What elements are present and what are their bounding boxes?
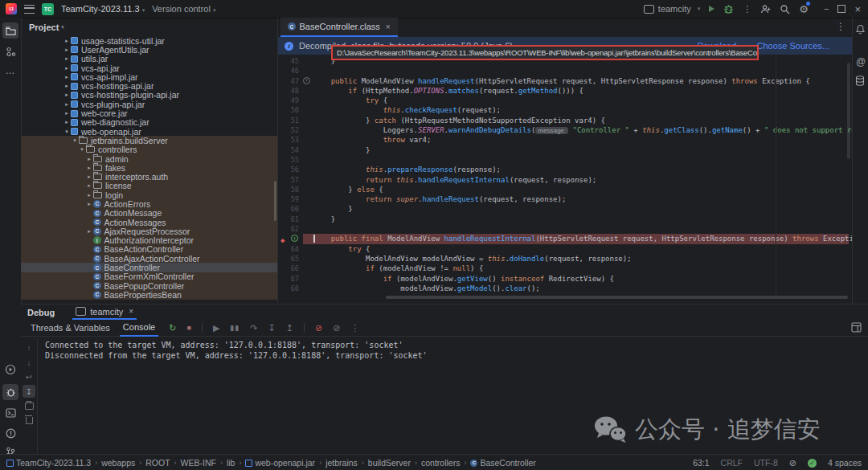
caret-position[interactable]: 63:1 (693, 458, 709, 468)
restore-button[interactable] (837, 5, 845, 13)
chevron-right-icon[interactable]: ▸ (63, 119, 71, 125)
mute-breakpoints-status-icon[interactable]: ⊘ (789, 458, 796, 468)
tree-item[interactable]: ▸vcs-hostings-api.jar (21, 81, 277, 90)
horizontal-scrollbar[interactable] (386, 296, 848, 299)
chevron-right-icon[interactable]: ▸ (85, 174, 93, 180)
tree-item[interactable]: ▸vcs-api.jar (21, 63, 277, 72)
more-actions-icon[interactable]: ⋮ (743, 4, 751, 14)
line-number[interactable]: 58 (278, 185, 299, 194)
tree-item[interactable]: ▾controllers (21, 145, 277, 154)
line-number[interactable]: 50 (278, 105, 299, 115)
breadcrumb-item[interactable]: webapps (101, 458, 135, 468)
tree-item[interactable]: ▸vcs-api-impl.jar (21, 72, 277, 81)
run-config-dropdown[interactable]: teamcity▾ (644, 4, 700, 14)
tree-item[interactable]: ▸web-core.jar (21, 108, 277, 117)
line-number[interactable]: 60 (278, 204, 299, 214)
services-tool-icon[interactable] (2, 362, 18, 378)
line-number[interactable]: 55 (278, 155, 299, 165)
editor-tab[interactable]: C BaseController.class × (280, 18, 398, 37)
debug-more-icon[interactable]: ⋮ (350, 323, 359, 333)
tree-item[interactable]: ▸usage-statistics-util.jar (21, 36, 277, 45)
step-out-icon[interactable]: ↥ (286, 323, 293, 333)
structure-tool-icon[interactable] (2, 43, 18, 59)
project-name-dropdown[interactable]: TeamCity-2023.11.3▾ (61, 4, 145, 14)
print-icon[interactable] (23, 399, 35, 412)
scroll-down-icon[interactable]: ↓ (23, 356, 35, 369)
tree-item[interactable]: CBaseActionController (21, 245, 277, 254)
chevron-down-icon[interactable]: ▾ (63, 129, 71, 135)
project-tool-icon[interactable] (2, 22, 18, 39)
chevron-right-icon[interactable]: ▸ (85, 156, 93, 162)
run-button[interactable] (709, 6, 714, 12)
chevron-right-icon[interactable]: ▸ (63, 83, 71, 89)
breadcrumb-item[interactable]: lib (227, 458, 235, 468)
chevron-right-icon[interactable]: ▸ (63, 55, 71, 62)
tab-console[interactable]: Console (120, 320, 158, 337)
soft-wrap-icon[interactable]: ↩ (23, 370, 35, 383)
close-session-icon[interactable]: × (129, 307, 133, 316)
inspection-status-icon[interactable]: ✓ (808, 459, 817, 468)
line-number[interactable]: 66 (278, 264, 299, 273)
line-number[interactable]: 52 (278, 125, 299, 135)
chevron-right-icon[interactable]: ▸ (63, 38, 71, 44)
indent-setting[interactable]: 4 spaces (828, 458, 862, 468)
console-output[interactable]: Connected to the target VM, address: '12… (45, 340, 428, 361)
tree-scrollbar[interactable] (274, 181, 276, 221)
add-user-icon[interactable] (760, 4, 771, 14)
main-menu-icon[interactable] (24, 5, 35, 14)
tree-item[interactable]: ▸interceptors.auth (21, 172, 277, 181)
tab-threads-variables[interactable]: Threads & Variables (27, 320, 113, 337)
editor-options-icon[interactable]: ⋮ (836, 21, 845, 32)
project-panel-header[interactable]: Project▾ (21, 18, 277, 36)
tree-item[interactable]: CActionMessages (21, 218, 277, 227)
step-into-icon[interactable]: ↧ (268, 323, 275, 333)
pause-icon[interactable]: ▮▮ (230, 324, 240, 332)
ai-assistant-icon[interactable]: @ (855, 56, 866, 67)
tree-item[interactable]: ▸web-diagnostic.jar (21, 118, 277, 127)
tree-item[interactable]: ▸UserAgentUtils.jar (21, 45, 277, 54)
debug-tool-icon[interactable] (2, 384, 18, 400)
chevron-down-icon[interactable]: ▾ (71, 137, 79, 144)
line-number[interactable]: 53 (278, 135, 299, 145)
breadcrumb-item[interactable]: CBaseController (470, 458, 535, 468)
debug-button[interactable] (723, 4, 734, 14)
tree-item[interactable]: ▸CActionErrors (21, 199, 277, 208)
line-number[interactable]: 51 (278, 116, 299, 125)
notifications-icon[interactable] (855, 24, 868, 35)
chevron-right-icon[interactable]: ▸ (63, 110, 71, 116)
chevron-right-icon[interactable]: ▸ (85, 192, 93, 198)
line-number[interactable]: 56 (278, 165, 299, 174)
chevron-right-icon[interactable]: ▸ (85, 182, 93, 189)
tree-item[interactable]: IAuthorizationInterceptor (21, 236, 277, 245)
line-number[interactable]: 45 (278, 56, 299, 66)
chevron-right-icon[interactable]: ▸ (85, 201, 93, 207)
override-gutter-icon[interactable]: ↑ (303, 77, 310, 84)
line-separator[interactable]: CRLF (721, 458, 743, 468)
choose-sources-link[interactable]: Choose Sources... (757, 41, 830, 51)
mute-breakpoints-icon[interactable]: ⊘ (333, 323, 340, 333)
project-badge-icon[interactable]: TC (42, 3, 54, 15)
tree-item[interactable]: CBaseAjaxActionController (21, 254, 277, 263)
code-editor[interactable]: 45 }4647↑ public ModelAndView handleRequ… (278, 56, 852, 296)
line-number[interactable]: 57 (278, 175, 299, 185)
terminal-tool-icon[interactable] (2, 405, 18, 421)
chevron-right-icon[interactable]: ▸ (63, 65, 71, 72)
more-tools-icon[interactable]: … (2, 63, 18, 79)
chevron-right-icon[interactable]: ▸ (63, 47, 71, 53)
minimize-button[interactable]: − (824, 4, 829, 14)
tree-item[interactable]: CBasePropertiesBean (21, 290, 277, 299)
breadcrumb-item[interactable]: web-openapi.jar (245, 458, 315, 468)
tree-item[interactable]: ▸vcs-plugin-api.jar (21, 100, 277, 108)
chevron-right-icon[interactable]: ▸ (85, 228, 93, 235)
chevron-right-icon[interactable]: ▸ (63, 74, 71, 80)
breadcrumb-item[interactable]: ROOT (145, 458, 170, 468)
chevron-right-icon[interactable]: ▸ (63, 92, 71, 98)
tree-item[interactable]: ▾jetbrains.buildServer (21, 136, 277, 145)
search-icon[interactable] (780, 4, 790, 14)
line-number[interactable]: 54 (278, 145, 299, 155)
line-number[interactable]: 49 (278, 96, 299, 105)
line-number[interactable]: 65 (278, 254, 299, 264)
file-encoding[interactable]: UTF-8 (754, 458, 778, 468)
line-number[interactable]: 46 (278, 66, 299, 76)
line-number[interactable]: 47 (278, 76, 299, 86)
